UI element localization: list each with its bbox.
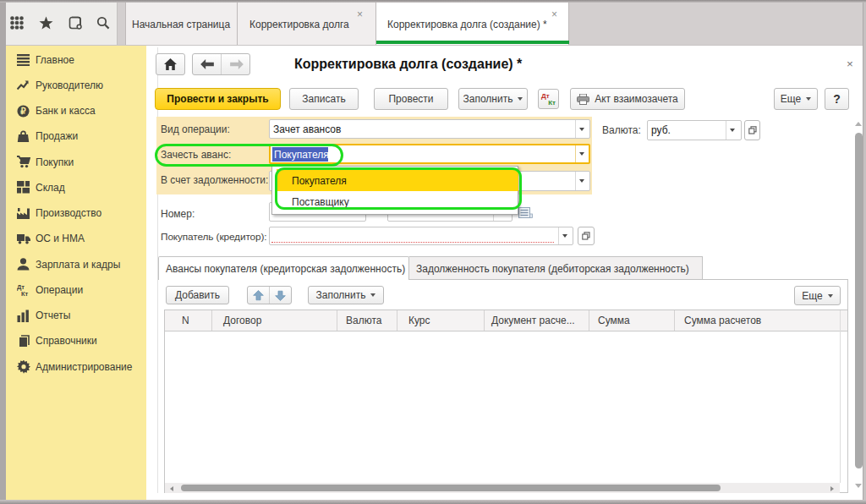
svg-text:₽: ₽ (20, 107, 26, 116)
svg-text:Кт: Кт (21, 290, 29, 297)
